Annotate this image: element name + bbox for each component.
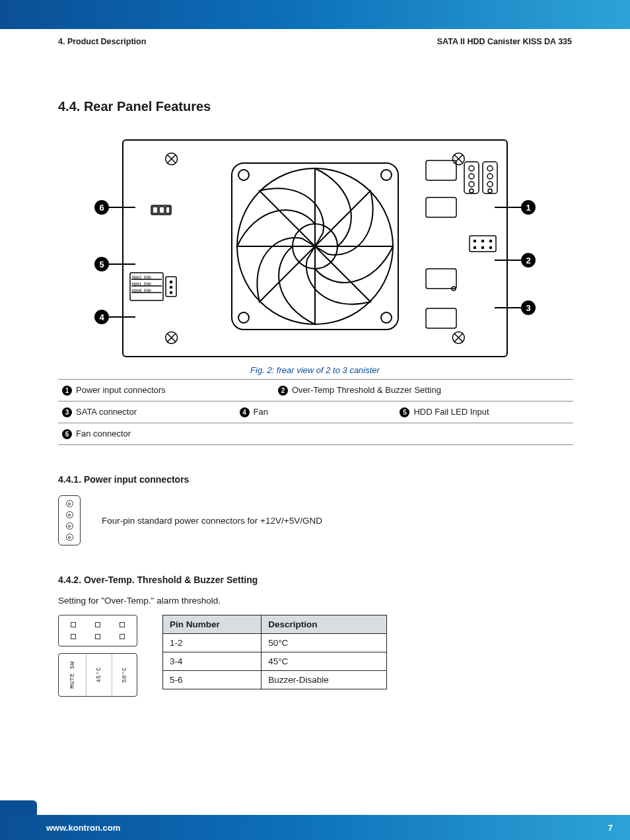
subsection-heading: 4.4.2. Over-Temp. Threshold & Buzzer Set… — [58, 575, 572, 585]
jumper-pin-icon — [95, 622, 100, 627]
legend-item: 2 Over-Temp Threshold & Buzzer Setting — [278, 385, 569, 396]
legend-label: Power input connectors — [76, 385, 166, 395]
jumper-label-block: MUTE SW 45°C 50°C — [58, 653, 137, 697]
content-body: 4.4. Rear Panel Features — [58, 99, 572, 697]
section-heading: 4.4. Rear Panel Features — [58, 99, 572, 114]
legend-item: 3 SATA connector — [62, 407, 232, 417]
table-row: 3-4 45°C — [163, 652, 387, 671]
page-number: 7 — [608, 823, 613, 833]
jumper-pin-icon — [71, 622, 76, 627]
legend-badge: 2 — [278, 386, 288, 396]
subsection-heading: 4.4.1. Power input connectors — [58, 474, 572, 485]
overtemp-text: Setting for "Over-Temp." alarm threshold… — [58, 596, 572, 606]
subsection-title: Over-Temp. Threshold & Buzzer Setting — [84, 575, 258, 585]
molex-connector-icon — [58, 495, 81, 545]
figure-legend: 1 Power input connectors 2 Over-Temp Thr… — [58, 379, 573, 445]
section-number: 4.4. — [58, 99, 80, 114]
callout-1: 1 — [521, 200, 536, 215]
jumper-label-col: MUTE SW — [59, 654, 87, 696]
table-header: Pin Number — [163, 615, 262, 634]
jumper-label-col: 45°C — [87, 654, 112, 696]
jumper-label: MUTE SW — [69, 661, 76, 688]
connector-pin-icon — [66, 522, 73, 530]
legend-label: Fan — [254, 407, 268, 417]
legend-label: HDD Fail LED Input — [413, 407, 489, 417]
chassis-outline: HDD2_ERR HDD1_ERR HDD0_ERR — [122, 139, 508, 357]
jumper-diagram: MUTE SW 45°C 50°C — [58, 615, 137, 697]
table-row: 1-2 50°C — [163, 634, 387, 652]
legend-badge: 4 — [240, 407, 250, 417]
footer-bar: www.kontron.com 7 — [0, 815, 630, 840]
table-header: Description — [262, 615, 387, 634]
legend-item-empty — [278, 429, 569, 439]
callout-line — [495, 207, 521, 208]
legend-row: 3 SATA connector 4 Fan 5 HDD Fail LED In… — [58, 402, 573, 423]
legend-label: Over-Temp Threshold & Buzzer Setting — [292, 385, 441, 395]
callout-3: 3 — [521, 300, 536, 315]
legend-item: 6 Fan connector — [62, 429, 270, 439]
connector-pin-icon — [66, 511, 73, 518]
header-left: 4. Product Description — [58, 37, 146, 46]
connector-pin-icon — [66, 534, 73, 541]
rear-panel-figure: HDD2_ERR HDD1_ERR HDD0_ERR — [97, 139, 533, 357]
legend-badge: 1 — [62, 386, 72, 396]
legend-row: 6 Fan connector — [58, 423, 573, 445]
jumper-pin-icon — [120, 634, 125, 639]
jumper-pin-icon — [95, 634, 100, 639]
table-cell: 1-2 — [163, 634, 262, 652]
legend-row: 1 Power input connectors 2 Over-Temp Thr… — [58, 380, 573, 402]
running-header: 4. Product Description SATA II HDD Canis… — [58, 37, 572, 46]
pin-table: Pin Number Description 1-2 50°C 3-4 45°C… — [162, 615, 387, 689]
callout-line — [109, 316, 135, 318]
callout-5: 5 — [94, 257, 109, 271]
figure-caption: Fig. 2: frear view of 2 to 3 canister — [58, 365, 572, 375]
table-cell: 5-6 — [163, 671, 262, 689]
callout-2: 2 — [521, 253, 536, 267]
legend-badge: 6 — [62, 429, 72, 439]
callout-line — [495, 307, 521, 308]
callout-line — [109, 207, 135, 208]
table-cell: 45°C — [262, 652, 387, 671]
legend-item: 1 Power input connectors — [62, 385, 270, 396]
legend-label: Fan connector — [76, 429, 131, 438]
table-cell: 50°C — [262, 634, 387, 652]
callout-6: 6 — [94, 200, 109, 215]
jumper-label-col: 50°C — [112, 654, 137, 696]
connector-pin-icon — [66, 500, 73, 507]
callout-4: 4 — [94, 310, 109, 324]
jumper-pin-icon — [120, 622, 125, 627]
jumper-label: 50°C — [121, 667, 127, 683]
page: 4. Product Description SATA II HDD Canis… — [0, 0, 630, 840]
chassis-screws — [123, 141, 507, 356]
subsection-title: Power input connectors — [84, 474, 189, 485]
callout-line — [495, 260, 521, 261]
header-right: SATA II HDD Canister KISS DA 335 — [437, 37, 572, 46]
legend-item: 5 HDD Fail LED Input — [400, 407, 569, 417]
table-header-row: Pin Number Description — [163, 615, 387, 634]
subsection-number: 4.4.2. — [58, 575, 81, 585]
jumper-pin-icon — [71, 634, 76, 639]
table-cell: Buzzer-Disable — [262, 671, 387, 689]
jumper-and-table: MUTE SW 45°C 50°C Pin Number Description… — [58, 615, 572, 697]
section-title: Rear Panel Features — [84, 99, 211, 114]
power-connector-text: Four-pin standard power connectors for +… — [102, 516, 322, 526]
legend-item: 4 Fan — [240, 407, 392, 417]
table-row: 5-6 Buzzer-Disable — [163, 671, 387, 689]
legend-label: SATA connector — [76, 407, 137, 417]
top-bar — [0, 0, 630, 29]
jumper-pin-header — [58, 615, 137, 647]
power-connector-row: Four-pin standard power connectors for +… — [58, 495, 572, 545]
callout-line — [109, 263, 135, 265]
subsection-number: 4.4.1. — [58, 474, 81, 485]
legend-badge: 3 — [62, 407, 72, 417]
footer-url: www.kontron.com — [46, 823, 120, 833]
jumper-label: 45°C — [96, 667, 102, 683]
table-cell: 3-4 — [163, 652, 262, 671]
legend-badge: 5 — [400, 407, 409, 417]
